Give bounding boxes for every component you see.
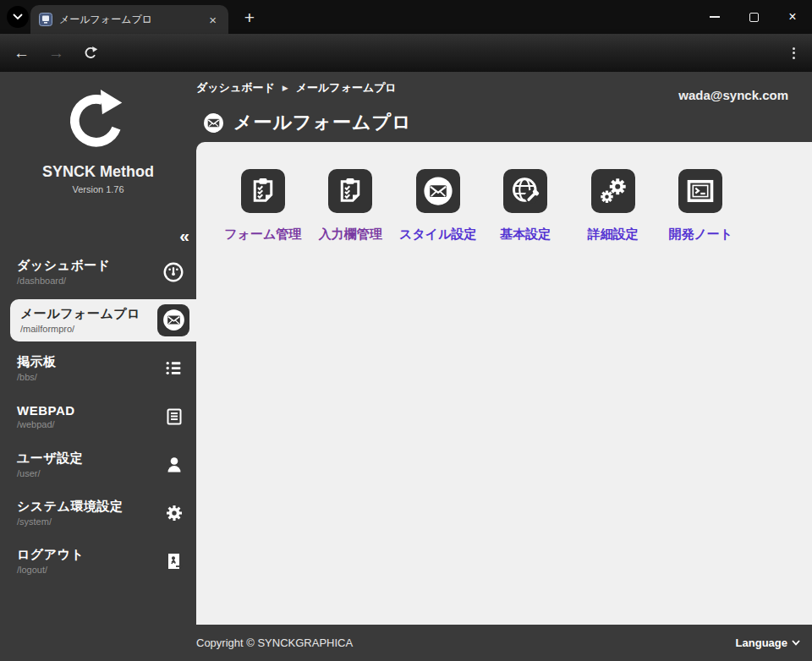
browser-toolbar: ← → [0, 34, 812, 72]
language-selector[interactable]: Language [736, 636, 800, 649]
tab-search-button[interactable] [7, 6, 29, 28]
window-controls: × [695, 0, 812, 34]
user-icon [164, 455, 184, 475]
brand-version: Version 1.76 [0, 184, 196, 194]
new-tab-button[interactable]: + [237, 5, 262, 30]
page-title-envelope-icon [203, 112, 224, 134]
browser-menu-button[interactable] [789, 44, 798, 63]
breadcrumb-separator-icon: ▶ [283, 84, 288, 92]
back-button[interactable]: ← [14, 44, 30, 63]
user-email: wada@synck.com [678, 88, 788, 102]
sidebar-item-path: /system/ [17, 516, 123, 527]
breadcrumb: ダッシュボード ▶ メールフォームプロ [196, 80, 397, 96]
sidebar-item-mailformpro[interactable]: メールフォームプロ /mailformpro/ [10, 299, 196, 341]
shortcut-label: 詳細設定 [588, 227, 639, 243]
shortcut-form-management[interactable]: フォーム管理 [219, 169, 307, 243]
footer: Copyright © SYNCKGRAPHICA Language [0, 625, 812, 661]
breadcrumb-dashboard-link[interactable]: ダッシュボード [196, 80, 275, 96]
globe-tool-icon [503, 169, 547, 213]
shortcut-grid: フォーム管理 入力欄管理 [196, 142, 812, 243]
browser-window: メールフォームプロ × + × ← → SYNCK Metho [0, 0, 812, 661]
tab-favicon-icon [39, 13, 52, 26]
sidebar-item-bbs[interactable]: 掲示板 /bbs/ [0, 344, 196, 392]
shortcut-label: スタイル設定 [399, 227, 476, 243]
shortcut-style-settings[interactable]: スタイル設定 [394, 169, 482, 243]
breadcrumb-current: メールフォームプロ [296, 80, 397, 96]
shortcut-advanced-settings[interactable]: 詳細設定 [569, 169, 657, 243]
tab-strip: メールフォームプロ × + × [0, 0, 812, 34]
shortcut-label: 入力欄管理 [319, 227, 382, 243]
page-title: メールフォームプロ [233, 110, 412, 135]
shortcut-field-management[interactable]: 入力欄管理 [307, 169, 395, 243]
sidebar-item-logout[interactable]: ログアウト /logout/ [0, 537, 196, 585]
tab-close-button[interactable]: × [206, 12, 220, 28]
brand-logo-icon [65, 85, 131, 151]
sidebar: SYNCK Method Version 1.76 « ダッシュボード /das… [0, 72, 196, 661]
sidebar-item-label: WEBPAD [17, 403, 75, 418]
exit-icon [164, 551, 184, 571]
maximize-icon [749, 13, 759, 22]
sidebar-item-path: /logout/ [17, 565, 84, 575]
clipboard-check-icon [241, 169, 285, 213]
document-icon [164, 407, 184, 427]
sidebar-item-label: ログアウト [17, 547, 84, 563]
sidebar-item-path: /user/ [17, 468, 83, 478]
sidebar-menu: ダッシュボード /dashboard/ メールフォーム [0, 248, 196, 585]
app-area: SYNCK Method Version 1.76 « ダッシュボード /das… [0, 72, 812, 661]
sidebar-item-path: /bbs/ [17, 372, 57, 382]
window-minimize-button[interactable] [695, 0, 734, 34]
sidebar-collapse-button[interactable]: « [179, 226, 189, 246]
shortcut-dev-notes[interactable]: 開発ノート [657, 169, 745, 243]
clipboard-check-icon [328, 169, 372, 213]
brand-name: SYNCK Method [0, 163, 196, 181]
chevron-down-icon [792, 640, 800, 646]
terminal-icon [678, 169, 722, 213]
window-close-button[interactable]: × [773, 0, 812, 34]
shortcut-label: 開発ノート [668, 227, 732, 243]
shortcut-basic-settings[interactable]: 基本設定 [482, 169, 570, 243]
sidebar-item-label: メールフォームプロ [20, 306, 140, 322]
main-header: ダッシュボード ▶ メールフォームプロ wada@synck.com メールフォ… [196, 72, 812, 142]
gears-icon [591, 169, 635, 213]
sidebar-item-label: システム環境設定 [17, 499, 123, 515]
shortcut-label: フォーム管理 [224, 227, 301, 243]
content-panel: フォーム管理 入力欄管理 [196, 142, 812, 625]
envelope-circle-icon [416, 169, 460, 213]
list-icon [163, 358, 184, 379]
sidebar-item-label: 掲示板 [17, 354, 57, 370]
gauge-icon [162, 261, 184, 283]
window-maximize-button[interactable] [734, 0, 773, 34]
chevron-down-icon [13, 14, 23, 20]
sidebar-item-dashboard[interactable]: ダッシュボード /dashboard/ [0, 248, 196, 296]
browser-tab[interactable]: メールフォームプロ × [30, 5, 228, 34]
tab-title: メールフォームプロ [59, 13, 199, 27]
sidebar-item-label: ダッシュボード [17, 258, 111, 274]
envelope-circle-icon [157, 304, 189, 336]
sidebar-item-path: /webpad/ [17, 419, 75, 429]
sidebar-item-webpad[interactable]: WEBPAD /webpad/ [0, 392, 196, 440]
sidebar-item-user[interactable]: ユーザ設定 /user/ [0, 440, 196, 489]
language-label: Language [736, 636, 787, 649]
shortcut-label: 基本設定 [500, 227, 551, 243]
forward-button[interactable]: → [48, 44, 64, 63]
sidebar-item-label: ユーザ設定 [17, 451, 83, 467]
minimize-icon [710, 16, 720, 18]
copyright-text: Copyright © SYNCKGRAPHICA [196, 636, 353, 649]
gear-icon [164, 503, 184, 523]
reload-button[interactable] [83, 46, 98, 61]
sidebar-item-system[interactable]: システム環境設定 /system/ [0, 489, 196, 537]
sidebar-item-path: /mailformpro/ [20, 324, 140, 334]
sidebar-item-path: /dashboard/ [17, 276, 111, 286]
